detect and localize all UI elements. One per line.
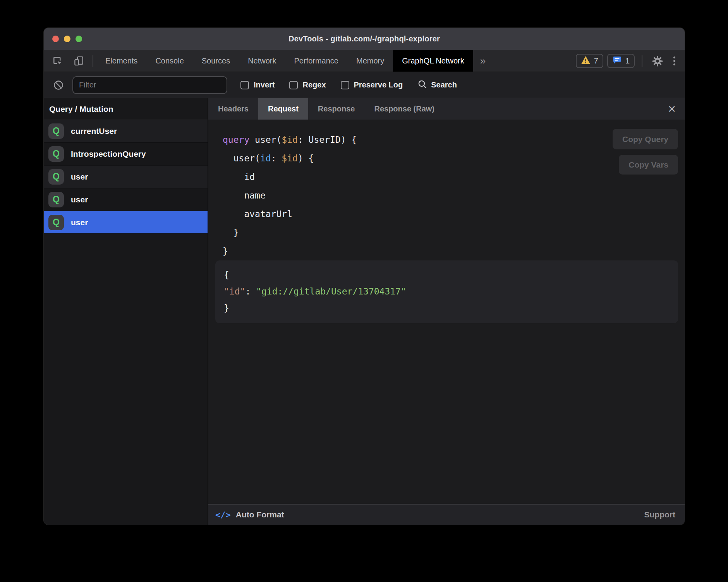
auto-format-button[interactable]: Auto Format (236, 510, 284, 519)
query-name: user (71, 218, 88, 227)
tab-performance[interactable]: Performance (285, 50, 348, 72)
zoom-window-button[interactable] (76, 36, 82, 42)
tab-response-raw[interactable]: Response (Raw) (364, 98, 444, 120)
query-type-badge: Q (48, 169, 64, 185)
query-name: currentUser (71, 127, 117, 136)
code-segment: name (223, 190, 266, 200)
code-segment: $id (282, 153, 298, 163)
query-list-sidebar: Query / Mutation Q currentUser Q Introsp… (44, 98, 208, 525)
close-window-button[interactable] (52, 36, 59, 42)
search-icon (417, 79, 427, 91)
tab-graphql-network[interactable]: GraphQL Network (393, 50, 473, 72)
code-brackets-icon: </> (215, 510, 231, 520)
query-type-badge: Q (48, 215, 64, 230)
preserve-log-checkbox-group: Preserve Log (341, 80, 403, 89)
tab-response[interactable]: Response (308, 98, 365, 120)
close-panel-icon[interactable]: ✕ (659, 104, 685, 114)
code-segment: avatarUrl (223, 209, 292, 219)
query-type-badge: Q (48, 123, 64, 139)
message-count: 1 (625, 56, 630, 65)
query-type-badge: Q (48, 146, 64, 162)
code-segment: } (224, 303, 229, 313)
code-segment: user( (223, 153, 260, 163)
preserve-log-label: Preserve Log (354, 80, 403, 89)
settings-gear-icon[interactable] (649, 55, 666, 67)
devtools-window: DevTools - gitlab.com/-/graphql-explorer… (44, 28, 685, 525)
request-query-code: query user($id: UserID) { user(id: $id) … (223, 130, 357, 260)
regex-label: Regex (302, 80, 326, 89)
invert-checkbox-group: Invert (240, 80, 275, 89)
code-segment: "gid://gitlab/User/13704317" (256, 286, 406, 296)
warnings-badge[interactable]: 7 (576, 54, 603, 68)
code-segment: user( (255, 135, 282, 145)
tab-console[interactable]: Console (146, 50, 192, 72)
invert-checkbox[interactable] (240, 81, 249, 89)
code-segment: : UserID) { (298, 135, 357, 145)
code-segment: ) { (298, 153, 314, 163)
query-variables-code: { "id": "gid://gitlab/User/13704317" } (224, 267, 406, 317)
invert-label: Invert (254, 80, 275, 89)
tab-request[interactable]: Request (258, 98, 308, 120)
regex-checkbox[interactable] (289, 81, 298, 89)
query-type-badge: Q (48, 192, 64, 207)
devtools-toolbar: Elements Console Sources Network Perform… (44, 50, 685, 72)
filter-input[interactable] (72, 76, 227, 94)
query-name: IntrospectionQuery (71, 149, 146, 159)
message-icon (612, 55, 622, 67)
code-segment: id (260, 153, 271, 163)
query-name: user (71, 195, 88, 204)
list-item-currentuser[interactable]: Q currentUser (44, 120, 208, 143)
title-bar: DevTools - gitlab.com/-/graphql-explorer (44, 28, 685, 50)
code-segment: : (271, 153, 282, 163)
traffic-lights (52, 28, 82, 50)
detail-panel: Headers Request Response Response (Raw) … (208, 98, 685, 525)
warning-count: 7 (594, 56, 598, 65)
tab-elements[interactable]: Elements (96, 50, 146, 72)
code-segment: "id" (224, 286, 245, 296)
copy-query-button[interactable]: Copy Query (613, 129, 678, 149)
code-segment: { (224, 270, 229, 280)
tab-memory[interactable]: Memory (347, 50, 393, 72)
query-variables-box: { "id": "gid://gitlab/User/13704317" } (215, 260, 678, 323)
query-name: user (71, 172, 88, 181)
filter-bar: Invert Regex Preserve Log Search (44, 72, 685, 98)
menu-kebab-icon[interactable] (670, 56, 679, 65)
device-toolbar-icon[interactable] (71, 56, 86, 66)
issues-badge[interactable]: 1 (607, 54, 635, 68)
search-label: Search (431, 80, 457, 89)
code-segment: : (245, 286, 256, 296)
tab-network[interactable]: Network (239, 50, 285, 72)
list-item-introspectionquery[interactable]: Q IntrospectionQuery (44, 143, 208, 166)
search-button[interactable]: Search (417, 79, 457, 91)
sidebar-header: Query / Mutation (44, 98, 208, 120)
badges-divider (642, 55, 642, 67)
copy-vars-button[interactable]: Copy Vars (619, 155, 678, 175)
clear-block-icon[interactable] (51, 80, 66, 91)
warning-icon (581, 56, 591, 66)
code-segment: } (223, 228, 239, 238)
list-item-user-3-selected[interactable]: Q user (44, 211, 208, 234)
status-bar: </> Auto Format Support (208, 504, 685, 525)
more-tabs-icon[interactable]: » (473, 50, 493, 72)
tab-sources[interactable]: Sources (193, 50, 239, 72)
toolbar-divider (93, 55, 93, 67)
code-segment: id (223, 172, 255, 182)
regex-checkbox-group: Regex (289, 80, 326, 89)
code-segment: } (223, 246, 228, 256)
preserve-log-checkbox[interactable] (341, 81, 349, 89)
inspect-element-icon[interactable] (50, 56, 65, 66)
code-segment: query (223, 135, 255, 145)
request-panel-body: query user($id: UserID) { user(id: $id) … (208, 120, 685, 504)
code-segment: $id (282, 135, 298, 145)
window-title: DevTools - gitlab.com/-/graphql-explorer (288, 34, 440, 43)
tab-headers[interactable]: Headers (208, 98, 258, 120)
list-item-user-1[interactable]: Q user (44, 166, 208, 188)
support-link[interactable]: Support (644, 510, 675, 519)
minimize-window-button[interactable] (64, 36, 70, 42)
list-item-user-2[interactable]: Q user (44, 188, 208, 211)
detail-tabs: Headers Request Response Response (Raw) … (208, 98, 685, 120)
